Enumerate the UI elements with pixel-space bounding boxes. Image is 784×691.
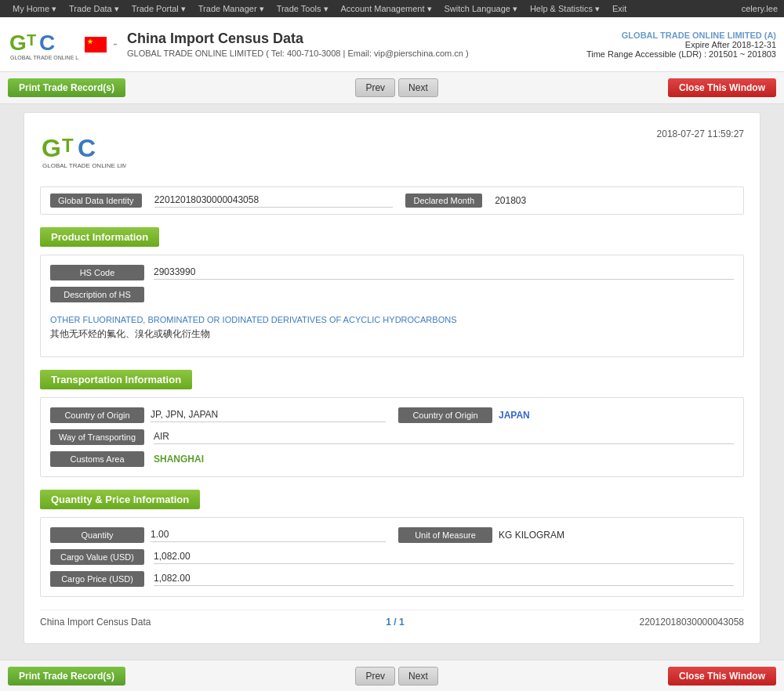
nav-trade-data[interactable]: Trade Data ▾ [63,2,125,16]
quantity-label: Quantity [50,527,144,543]
country-origin-col1: Country of Origin JP, JPN, JAPAN [50,407,386,423]
bottom-toolbar-center: Prev Next [355,667,437,686]
country-origin-label2: Country of Origin [398,407,492,423]
svg-text:T: T [27,31,36,49]
cargo-price-value: 1,082.00 [154,573,734,586]
card-header: G T C GLOBAL TRADE ONLINE LIMITED 2018-0… [40,128,744,174]
svg-text:GLOBAL TRADE ONLINE LIMITED: GLOBAL TRADE ONLINE LIMITED [10,55,78,60]
way-of-transporting-label: Way of Transporting [50,429,144,445]
page-title: China Import Census Data [127,31,469,47]
china-flag [85,37,107,52]
bottom-print-button[interactable]: Print Trade Record(s) [8,667,125,686]
nav-switch-language[interactable]: Switch Language ▾ [438,2,524,16]
nav-trade-tools[interactable]: Trade Tools ▾ [270,2,335,16]
way-of-transporting-row: Way of Transporting AIR [50,429,734,445]
product-section-header: Product Information [40,227,159,247]
company-logo: G T C GLOBAL TRADE ONLINE LIMITED [8,23,78,66]
nav-exit[interactable]: Exit [606,2,633,16]
bottom-toolbar-right: Close This Window [668,667,776,686]
nav-help-statistics[interactable]: Help & Statistics ▾ [524,2,606,16]
card-footer-center: 1 / 1 [386,617,404,628]
nav-account-management[interactable]: Account Management ▾ [335,2,438,16]
toolbar-center: Prev Next [355,78,437,97]
desc-hs-label: Description of HS [50,287,144,302]
card-logo: G T C GLOBAL TRADE ONLINE LIMITED [40,128,126,174]
cargo-price-label: Cargo Price (USD) [50,571,144,587]
quantity-unit-row: Quantity 1.00 Unit of Measure KG KILOGRA… [50,527,734,543]
card-datetime: 2018-07-27 11:59:27 [657,128,744,139]
transport-section: Transportation Information Country of Or… [40,370,744,477]
quantity-section-header: Quantity & Price Information [40,490,200,509]
toolbar-left: Print Trade Record(s) [8,78,125,97]
record-card: G T C GLOBAL TRADE ONLINE LIMITED 2018-0… [24,112,760,644]
unit-col: Unit of Measure KG KILOGRAM [398,527,734,543]
nav-items: My Home ▾ Trade Data ▾ Trade Portal ▾ Tr… [6,2,633,16]
cargo-value-label: Cargo Value (USD) [50,549,144,565]
country-of-origin-row: Country of Origin JP, JPN, JAPAN Country… [50,407,734,423]
user-info: celery.lee [742,4,778,13]
cargo-value-value: 1,082.00 [154,551,734,564]
svg-text:C: C [39,31,55,55]
top-navigation: My Home ▾ Trade Data ▾ Trade Portal ▾ Tr… [0,0,784,17]
unit-of-measure-label: Unit of Measure [398,527,492,543]
header-right: GLOBAL TRADE ONLINE LIMITED (A) Expire A… [586,31,776,59]
expire-info: Expire After 2018-12-31 [586,40,776,49]
card-footer-right: 22012018030000043058 [640,617,744,628]
product-section: Product Information HS Code 29033990 Des… [40,227,744,357]
bottom-prev-button[interactable]: Prev [355,667,395,686]
nav-trade-portal[interactable]: Trade Portal ▾ [125,2,192,16]
header-title-area: China Import Census Data GLOBAL TRADE ON… [127,31,469,58]
declared-month-value: 201803 [495,195,734,206]
quantity-section: Quantity & Price Information Quantity 1.… [40,490,744,597]
transport-section-content: Country of Origin JP, JPN, JAPAN Country… [40,397,744,477]
bottom-toolbar: Print Trade Record(s) Prev Next Close Th… [0,660,784,691]
svg-text:T: T [62,135,74,156]
customs-area-row: Customs Area SHANGHAI [50,451,734,467]
main-content: G T C GLOBAL TRADE ONLINE LIMITED 2018-0… [0,104,784,660]
quantity-section-content: Quantity 1.00 Unit of Measure KG KILOGRA… [40,517,744,597]
desc-zh: 其他无环烃的氟化、溴化或碘化衍生物 [50,327,734,341]
flag-area: - [85,36,121,52]
hs-code-value: 29033990 [154,266,734,280]
product-section-content: HS Code 29033990 Description of HS OTHER… [40,255,744,357]
prev-button[interactable]: Prev [355,78,395,97]
nav-my-home[interactable]: My Home ▾ [6,2,63,16]
card-footer-left: China Import Census Data [40,617,151,628]
country-origin-value2: JAPAN [499,410,734,421]
bottom-toolbar-left: Print Trade Record(s) [8,667,125,686]
cargo-price-row: Cargo Price (USD) 1,082.00 [50,571,734,587]
svg-text:C: C [78,134,96,162]
logo-area: G T C GLOBAL TRADE ONLINE LIMITED - Chin… [8,23,586,66]
country-origin-col2: Country of Origin JAPAN [398,407,734,423]
svg-text:G: G [42,134,61,162]
desc-en: OTHER FLUORINATED, BROMINATED OR IODINAT… [50,315,734,324]
description-content: OTHER FLUORINATED, BROMINATED OR IODINAT… [50,309,734,347]
hs-code-row: HS Code 29033990 [50,265,734,280]
svg-text:G: G [9,31,27,55]
declared-month-label: Declared Month [405,194,482,208]
global-data-identity-value: 22012018030000043058 [154,194,394,208]
card-footer: China Import Census Data 1 / 1 220120180… [40,610,744,628]
nav-trade-manager[interactable]: Trade Manager ▾ [192,2,270,16]
print-button[interactable]: Print Trade Record(s) [8,78,125,97]
customs-area-value: SHANGHAI [154,454,734,465]
country-origin-label1: Country of Origin [50,407,144,423]
hs-code-label: HS Code [50,265,144,280]
time-range-info: Time Range Accessible (LDR) : 201501 ~ 2… [586,49,776,59]
quantity-value: 1.00 [151,529,386,542]
next-button[interactable]: Next [398,78,438,97]
quantity-col: Quantity 1.00 [50,527,386,543]
svg-text:GLOBAL TRADE ONLINE LIMITED: GLOBAL TRADE ONLINE LIMITED [42,162,126,169]
bottom-close-button[interactable]: Close This Window [668,667,776,686]
header-subtitle: GLOBAL TRADE ONLINE LIMITED ( Tel: 400-7… [127,49,469,58]
toolbar-right: Close This Window [668,78,776,97]
bottom-next-button[interactable]: Next [398,667,438,686]
close-button[interactable]: Close This Window [668,78,776,97]
transport-section-header: Transportation Information [40,370,192,389]
global-data-identity-label: Global Data Identity [50,194,142,208]
top-toolbar: Print Trade Record(s) Prev Next Close Th… [0,72,784,104]
company-link[interactable]: GLOBAL TRADE ONLINE LIMITED (A) [622,31,776,40]
way-of-transporting-value: AIR [154,431,734,444]
customs-area-label: Customs Area [50,451,144,467]
unit-of-measure-value: KG KILOGRAM [499,530,734,541]
